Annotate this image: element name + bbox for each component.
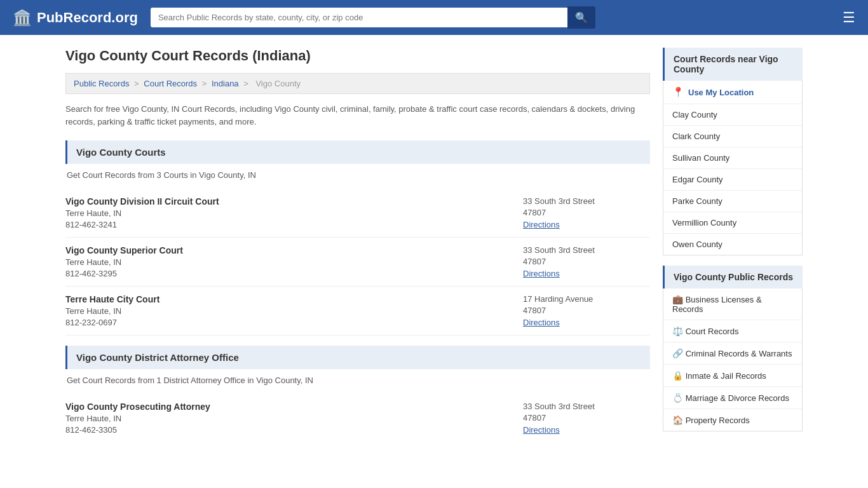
attorney-section-header: Vigo County District Attorney Office: [65, 346, 650, 369]
edgar-county-link[interactable]: Edgar County: [672, 175, 723, 184]
business-icon: 💼: [672, 294, 683, 304]
court-2-directions[interactable]: Directions: [523, 269, 560, 278]
clay-county-link[interactable]: Clay County: [672, 110, 717, 119]
nearby-header: Court Records near Vigo County: [663, 48, 803, 81]
court-2-name: Vigo County Superior Court: [65, 245, 523, 255]
use-location-item[interactable]: 📍 Use My Location: [663, 81, 802, 104]
court-3-zip: 47807: [523, 306, 650, 315]
breadcrumb-sep2: >: [202, 79, 209, 88]
court-1-name: Vigo County Division II Circuit Court: [65, 196, 523, 207]
court-entry-2-right: 33 South 3rd Street 47807 Directions: [523, 245, 650, 278]
court-2-phone: 812-462-3295: [65, 269, 523, 278]
attorney-1-zip: 47807: [523, 413, 650, 423]
search-button[interactable]: 🔍: [567, 6, 595, 29]
attorney-section-desc: Get Court Records from 1 District Attorn…: [65, 376, 650, 385]
court-entry-2-left: Vigo County Superior Court Terre Haute, …: [65, 245, 523, 278]
court-entry-2: Vigo County Superior Court Terre Haute, …: [65, 238, 650, 287]
breadcrumb-public-records[interactable]: Public Records: [74, 79, 129, 88]
court-3-city: Terre Haute, IN: [65, 306, 523, 316]
court-1-directions[interactable]: Directions: [523, 220, 560, 229]
logo-text: PubRecord.org: [37, 10, 138, 26]
sidebar-item-clay-county[interactable]: Clay County: [663, 104, 802, 126]
location-icon: 📍: [672, 86, 684, 98]
sullivan-county-link[interactable]: Sullivan County: [672, 153, 729, 163]
criminal-icon: 🔗: [672, 348, 683, 358]
court-entry-1-right: 33 South 3rd Street 47807 Directions: [523, 196, 650, 229]
court-entry-1-left: Vigo County Division II Circuit Court Te…: [65, 196, 523, 229]
court-records-link[interactable]: Court Records: [686, 327, 739, 336]
sidebar-item-business-licenses[interactable]: 💼 Business Licenses & Records: [663, 288, 802, 320]
court-1-address: 33 South 3rd Street: [523, 196, 650, 206]
sidebar-item-property-records[interactable]: 🏠 Property Records: [663, 409, 802, 431]
sidebar: Court Records near Vigo County 📍 Use My …: [663, 48, 803, 442]
attorney-1-address: 33 South 3rd Street: [523, 402, 650, 411]
court-1-phone: 812-462-3241: [65, 220, 523, 229]
breadcrumb-sep3: >: [243, 79, 250, 88]
parke-county-link[interactable]: Parke County: [672, 196, 722, 206]
sidebar-item-criminal-records[interactable]: 🔗 Criminal Records & Warrants: [663, 342, 802, 365]
breadcrumb: Public Records > Court Records > Indiana…: [65, 73, 650, 94]
sidebar-item-court-records[interactable]: ⚖️ Court Records: [663, 320, 802, 342]
sidebar-item-sullivan-county[interactable]: Sullivan County: [663, 147, 802, 169]
court-icon: ⚖️: [672, 326, 683, 336]
menu-button[interactable]: ☰: [843, 10, 855, 26]
criminal-records-link[interactable]: Criminal Records & Warrants: [686, 349, 792, 358]
court-1-zip: 47807: [523, 208, 650, 217]
use-location-label: Use My Location: [688, 88, 754, 97]
court-3-directions[interactable]: Directions: [523, 318, 560, 327]
sidebar-item-edgar-county[interactable]: Edgar County: [663, 169, 802, 191]
logo-icon: 🏛️: [13, 9, 32, 27]
sidebar-item-owen-county[interactable]: Owen County: [663, 234, 802, 255]
owen-county-link[interactable]: Owen County: [672, 240, 722, 249]
breadcrumb-indiana[interactable]: Indiana: [212, 79, 239, 88]
court-3-address: 17 Harding Avenue: [523, 294, 650, 304]
logo[interactable]: 🏛️ PubRecord.org: [13, 9, 138, 27]
page-title: Vigo County Court Records (Indiana): [65, 48, 650, 64]
public-records-list: 💼 Business Licenses & Records ⚖️ Court R…: [663, 288, 803, 431]
attorney-1-city: Terre Haute, IN: [65, 414, 523, 423]
attorney-1-directions[interactable]: Directions: [523, 425, 560, 435]
courts-section-header: Vigo County Courts: [65, 140, 650, 164]
business-licenses-link[interactable]: Business Licenses & Records: [672, 295, 762, 314]
attorney-1-phone: 812-462-3305: [65, 425, 523, 435]
nearby-counties-list: 📍 Use My Location Clay County Clark Coun…: [663, 81, 803, 255]
breadcrumb-court-records[interactable]: Court Records: [144, 79, 197, 88]
court-entry-3-left: Terre Haute City Court Terre Haute, IN 8…: [65, 294, 523, 327]
breadcrumb-sep1: >: [134, 79, 141, 88]
sidebar-item-marriage-records[interactable]: 💍 Marriage & Divorce Records: [663, 387, 802, 409]
sidebar-item-inmate-records[interactable]: 🔒 Inmate & Jail Records: [663, 365, 802, 387]
clark-county-link[interactable]: Clark County: [672, 132, 720, 141]
site-header: 🏛️ PubRecord.org 🔍 ☰: [0, 0, 868, 35]
attorney-1-name: Vigo County Prosecuting Attorney: [65, 402, 523, 412]
court-2-zip: 47807: [523, 257, 650, 266]
vermillion-county-link[interactable]: Vermillion County: [672, 218, 736, 227]
page-description: Search for free Vigo County, IN Court Re…: [65, 103, 650, 128]
public-records-header: Vigo County Public Records: [663, 266, 803, 288]
marriage-icon: 💍: [672, 393, 683, 403]
marriage-records-link[interactable]: Marriage & Divorce Records: [686, 393, 789, 403]
court-3-name: Terre Haute City Court: [65, 294, 523, 304]
court-entry-1: Vigo County Division II Circuit Court Te…: [65, 189, 650, 238]
court-2-city: Terre Haute, IN: [65, 257, 523, 267]
court-entry-3: Terre Haute City Court Terre Haute, IN 8…: [65, 287, 650, 336]
search-input[interactable]: [151, 8, 567, 27]
court-entry-3-right: 17 Harding Avenue 47807 Directions: [523, 294, 650, 327]
attorney-entry-1-right: 33 South 3rd Street 47807 Directions: [523, 402, 650, 435]
breadcrumb-vigo-county: Vigo County: [255, 79, 301, 88]
court-1-city: Terre Haute, IN: [65, 208, 523, 218]
main-container: Vigo County Court Records (Indiana) Publ…: [53, 35, 815, 455]
inmate-records-link[interactable]: Inmate & Jail Records: [686, 371, 766, 381]
inmate-icon: 🔒: [672, 370, 683, 381]
courts-section-desc: Get Court Records from 3 Courts in Vigo …: [65, 170, 650, 180]
sidebar-item-clark-county[interactable]: Clark County: [663, 126, 802, 147]
attorney-entry-1: Vigo County Prosecuting Attorney Terre H…: [65, 394, 650, 442]
sidebar-item-vermillion-county[interactable]: Vermillion County: [663, 212, 802, 234]
sidebar-item-parke-county[interactable]: Parke County: [663, 191, 802, 212]
attorney-entry-1-left: Vigo County Prosecuting Attorney Terre H…: [65, 402, 523, 435]
property-icon: 🏠: [672, 415, 683, 425]
court-3-phone: 812-232-0697: [65, 318, 523, 327]
court-2-address: 33 South 3rd Street: [523, 245, 650, 255]
search-area: 🔍: [151, 6, 595, 29]
property-records-link[interactable]: Property Records: [686, 416, 750, 425]
content-area: Vigo County Court Records (Indiana) Publ…: [65, 48, 650, 442]
